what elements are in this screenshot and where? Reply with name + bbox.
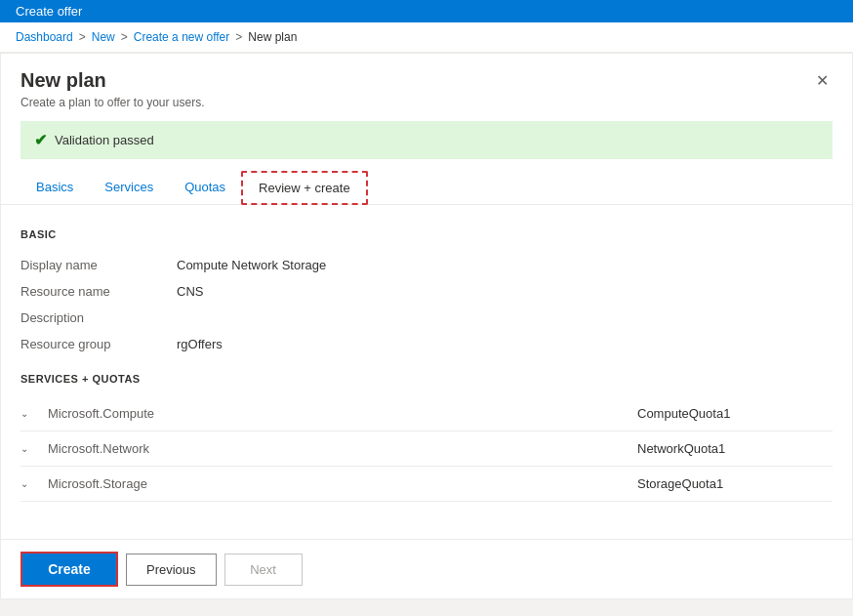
service-name-network: Microsoft.Network [48, 441, 637, 456]
chevron-storage-icon: ⌄ [20, 478, 40, 489]
value-resource-name: CNS [177, 284, 203, 299]
label-display-name: Display name [20, 258, 177, 272]
service-name-storage: Microsoft.Storage [48, 476, 637, 491]
field-resource-name: Resource name CNS [20, 278, 833, 305]
service-row-storage: ⌄ Microsoft.Storage StorageQuota1 [20, 467, 833, 502]
chevron-compute-icon: ⌄ [20, 408, 40, 419]
check-icon: ✔ [34, 131, 47, 149]
panel-subtitle: Create a plan to offer to your users. [20, 96, 205, 109]
quota-name-compute: ComputeQuota1 [637, 406, 833, 421]
breadcrumb: Dashboard > New > Create a new offer > N… [0, 22, 853, 53]
label-description: Description [20, 310, 177, 325]
chevron-network-icon: ⌄ [20, 443, 40, 454]
previous-button[interactable]: Previous [126, 554, 217, 586]
basic-section-header: BASIC [20, 228, 833, 240]
page-title: New plan [20, 69, 205, 92]
next-button: Next [224, 554, 303, 586]
tabs-container: Basics Services Quotas Review + create [1, 171, 852, 205]
validation-bar: ✔ Validation passed [20, 121, 833, 159]
footer: Create Previous Next [1, 539, 852, 598]
sep1: > [79, 30, 86, 44]
quota-name-network: NetworkQuota1 [637, 441, 833, 456]
label-resource-name: Resource name [20, 284, 177, 299]
breadcrumb-new[interactable]: New [92, 30, 115, 44]
services-section-header: SERVICES + QUOTAS [20, 373, 833, 385]
close-button[interactable]: ✕ [812, 69, 833, 93]
panel-header: New plan Create a plan to offer to your … [1, 54, 852, 109]
main-panel: New plan Create a plan to offer to your … [0, 53, 853, 599]
top-bar-label: Create offer [16, 4, 82, 19]
field-display-name: Display name Compute Network Storage [20, 252, 833, 278]
sep3: > [235, 30, 242, 44]
service-row-compute: ⌄ Microsoft.Compute ComputeQuota1 [20, 396, 833, 431]
top-bar: Create offer [0, 0, 853, 22]
field-description: Description [20, 305, 833, 331]
service-row-network: ⌄ Microsoft.Network NetworkQuota1 [20, 431, 833, 467]
breadcrumb-dashboard[interactable]: Dashboard [16, 30, 73, 44]
services-section: SERVICES + QUOTAS ⌄ Microsoft.Compute Co… [20, 373, 833, 502]
content-area: BASIC Display name Compute Network Stora… [1, 205, 852, 521]
validation-message: Validation passed [55, 133, 154, 147]
breadcrumb-create-offer[interactable]: Create a new offer [134, 30, 230, 44]
tab-services[interactable]: Services [89, 171, 169, 204]
label-resource-group: Resource group [20, 337, 177, 351]
tab-review-create[interactable]: Review + create [241, 171, 368, 205]
tab-basics[interactable]: Basics [20, 171, 89, 204]
tab-quotas[interactable]: Quotas [169, 171, 241, 204]
value-display-name: Compute Network Storage [177, 258, 326, 272]
breadcrumb-current: New plan [248, 30, 297, 44]
quota-name-storage: StorageQuota1 [637, 476, 833, 491]
create-button[interactable]: Create [20, 552, 118, 587]
value-resource-group: rgOffers [177, 337, 223, 351]
sep2: > [121, 30, 128, 44]
service-name-compute: Microsoft.Compute [48, 406, 637, 421]
field-resource-group: Resource group rgOffers [20, 331, 833, 357]
